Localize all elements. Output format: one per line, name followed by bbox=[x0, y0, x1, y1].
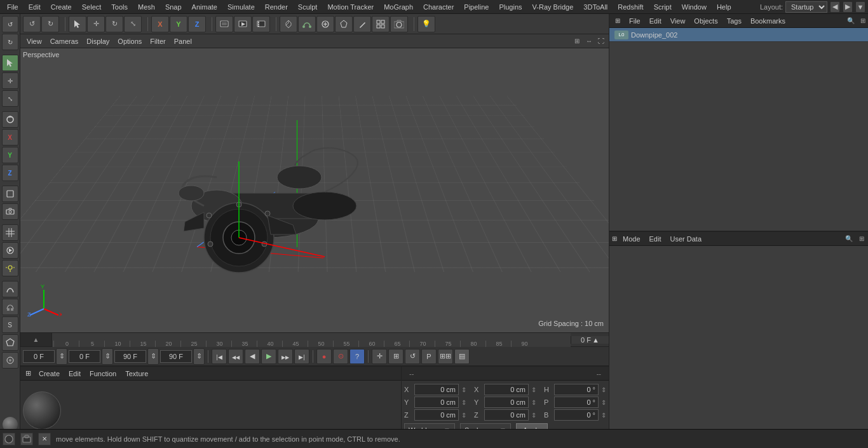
first-frame-btn[interactable] bbox=[212, 349, 227, 364]
view-cube-btn[interactable] bbox=[280, 16, 297, 32]
viewport-icon-move[interactable]: ↔ bbox=[584, 36, 594, 46]
prev-frame-btn[interactable] bbox=[228, 349, 243, 364]
obj-mgr-view[interactable]: View bbox=[667, 16, 689, 26]
menu-file[interactable]: File bbox=[3, 2, 23, 12]
viewport-menu-cameras[interactable]: Cameras bbox=[46, 36, 83, 46]
spline-button[interactable] bbox=[2, 281, 18, 297]
coord-p-arrow[interactable]: ⇕ bbox=[601, 399, 606, 406]
camera-icon-btn[interactable] bbox=[390, 16, 408, 32]
frame-field-arrows[interactable]: ⇕ bbox=[56, 348, 67, 365]
viewport-menu-filter[interactable]: Filter bbox=[146, 36, 169, 46]
render-all-btn[interactable] bbox=[252, 16, 270, 32]
obj-mgr-icon[interactable]: ⊞ bbox=[612, 16, 623, 25]
render-region-btn[interactable] bbox=[215, 16, 233, 32]
move-icon-btn[interactable]: ✛ bbox=[87, 16, 105, 32]
rotate-icon-btn[interactable]: ↻ bbox=[105, 16, 123, 32]
attr-search-icon[interactable]: 🔍 bbox=[844, 234, 854, 244]
y-axis-icon-btn[interactable]: Y bbox=[170, 16, 187, 32]
layer-btn[interactable]: ▤ bbox=[454, 349, 470, 364]
render-active-btn[interactable] bbox=[234, 16, 252, 32]
menu-pipeline[interactable]: Pipeline bbox=[459, 2, 493, 12]
end-frame-field[interactable]: 90 F bbox=[114, 350, 146, 363]
motion-extra-2[interactable]: ⊞ bbox=[388, 349, 403, 364]
menu-window[interactable]: Window bbox=[677, 2, 711, 12]
menu-tools[interactable]: Tools bbox=[107, 2, 132, 12]
obj-mgr-bookmarks[interactable]: Bookmarks bbox=[747, 16, 789, 26]
obj-mgr-objects[interactable]: Objects bbox=[691, 16, 721, 26]
menu-mograph[interactable]: MoGraph bbox=[379, 2, 417, 12]
rotate-tool-button[interactable] bbox=[2, 111, 18, 128]
end-frame-arrows[interactable]: ⇕ bbox=[147, 348, 159, 365]
coord-x-pos[interactable]: 0 cm bbox=[414, 384, 459, 395]
select-tool-button[interactable] bbox=[2, 55, 18, 71]
timeline-frame-arrow[interactable]: ▲ bbox=[592, 336, 599, 344]
mat-edit[interactable]: Edit bbox=[65, 369, 84, 379]
select-icon-btn[interactable] bbox=[69, 16, 86, 32]
grid-button[interactable] bbox=[2, 224, 18, 241]
coord-x-val[interactable]: 0 cm bbox=[484, 384, 529, 395]
obj-mgr-edit[interactable]: Edit bbox=[646, 16, 665, 26]
viewport-icon-fullscreen[interactable]: ⛶ bbox=[596, 36, 606, 46]
obj-search-icon[interactable]: 🔍 bbox=[846, 16, 856, 26]
current-frame-field[interactable]: 0 F bbox=[23, 350, 55, 363]
viewport-menu-options[interactable]: Options bbox=[114, 36, 146, 46]
obj-mgr-file[interactable]: File bbox=[626, 16, 644, 26]
auto-key-btn[interactable]: ⊙ bbox=[333, 349, 348, 364]
coord-z-val-arrow[interactable]: ⇕ bbox=[531, 412, 536, 419]
render-preview-button[interactable] bbox=[2, 242, 18, 259]
viewport-menu-view[interactable]: View bbox=[23, 36, 46, 46]
material-panel-icon[interactable]: ⊞ bbox=[23, 369, 33, 379]
obj-settings-icon[interactable]: ⊞ bbox=[858, 16, 868, 26]
coord-y-pos-arrow[interactable]: ⇕ bbox=[461, 399, 466, 406]
coord-y-val-arrow[interactable]: ⇕ bbox=[531, 399, 536, 406]
last-frame-btn[interactable] bbox=[294, 349, 309, 364]
play-reverse-btn[interactable]: ◀ bbox=[245, 349, 260, 364]
coord-x-val-arrow[interactable]: ⇕ bbox=[531, 386, 536, 393]
start-frame-arrows[interactable]: ⇕ bbox=[102, 348, 113, 365]
scale-tool-button[interactable]: ⤡ bbox=[2, 90, 18, 107]
snap-button[interactable] bbox=[2, 352, 18, 369]
attr-edit[interactable]: Edit bbox=[646, 234, 665, 244]
coord-p-val[interactable]: 0 ° bbox=[554, 397, 599, 408]
scale-icon-btn[interactable]: ⤡ bbox=[124, 16, 142, 32]
coord-z-pos[interactable]: 0 cm bbox=[414, 409, 459, 421]
z-axis-icon-btn[interactable]: Z bbox=[188, 16, 206, 32]
end-frame-field2[interactable]: 90 F bbox=[160, 350, 192, 363]
coord-z-val[interactable]: 0 cm bbox=[484, 409, 529, 421]
menu-motion-tracker[interactable]: Motion Tracker bbox=[323, 2, 378, 12]
menu-edit[interactable]: Edit bbox=[24, 2, 45, 12]
coord-h-val[interactable]: 0 ° bbox=[554, 384, 599, 395]
menu-plugins[interactable]: Plugins bbox=[494, 2, 526, 12]
keyframe-btn[interactable]: ⊞⊞ bbox=[438, 349, 453, 364]
play-btn[interactable]: ▶ bbox=[261, 349, 276, 364]
status-icon-2[interactable] bbox=[20, 433, 33, 445]
next-frame-btn[interactable] bbox=[278, 349, 293, 364]
move-tool-button[interactable]: ✛ bbox=[2, 72, 18, 89]
undo-icon-btn[interactable]: ↺ bbox=[23, 16, 41, 32]
spline-icon-btn[interactable] bbox=[298, 16, 316, 32]
attr-icon[interactable]: ⊞ bbox=[612, 235, 617, 242]
coord-y-val[interactable]: 0 cm bbox=[484, 397, 529, 408]
redo-icon-btn[interactable]: ↻ bbox=[41, 16, 59, 32]
x-axis-button[interactable]: X bbox=[2, 129, 18, 146]
coord-b-val[interactable]: 0 ° bbox=[554, 409, 599, 421]
light-button[interactable] bbox=[2, 260, 18, 276]
start-frame-field[interactable]: 0 F bbox=[69, 350, 100, 363]
undo-button[interactable]: ↺ bbox=[2, 16, 18, 32]
polygon-mode-btn[interactable] bbox=[335, 16, 353, 32]
z-axis-button[interactable]: Z bbox=[2, 165, 18, 181]
menu-simulate[interactable]: Simulate bbox=[223, 2, 259, 12]
camera-button[interactable] bbox=[2, 203, 18, 220]
menu-vray[interactable]: V-Ray Bridge bbox=[528, 2, 578, 12]
coord-y-pos[interactable]: 0 cm bbox=[414, 397, 459, 408]
object-row-downpipe[interactable]: L0 Downpipe_002 ● ◼ bbox=[609, 28, 868, 42]
menu-snap[interactable]: Snap bbox=[161, 2, 186, 12]
coord-h-arrow[interactable]: ⇕ bbox=[601, 386, 606, 393]
y-axis-button[interactable]: Y bbox=[2, 147, 18, 163]
obj-mgr-tags[interactable]: Tags bbox=[724, 16, 745, 26]
scene-object-button[interactable]: S bbox=[2, 316, 18, 333]
record-btn[interactable] bbox=[316, 349, 332, 364]
knife-btn[interactable] bbox=[353, 16, 371, 32]
attr-settings-icon[interactable]: ⊞ bbox=[857, 234, 867, 244]
deformer-button[interactable] bbox=[2, 299, 18, 315]
